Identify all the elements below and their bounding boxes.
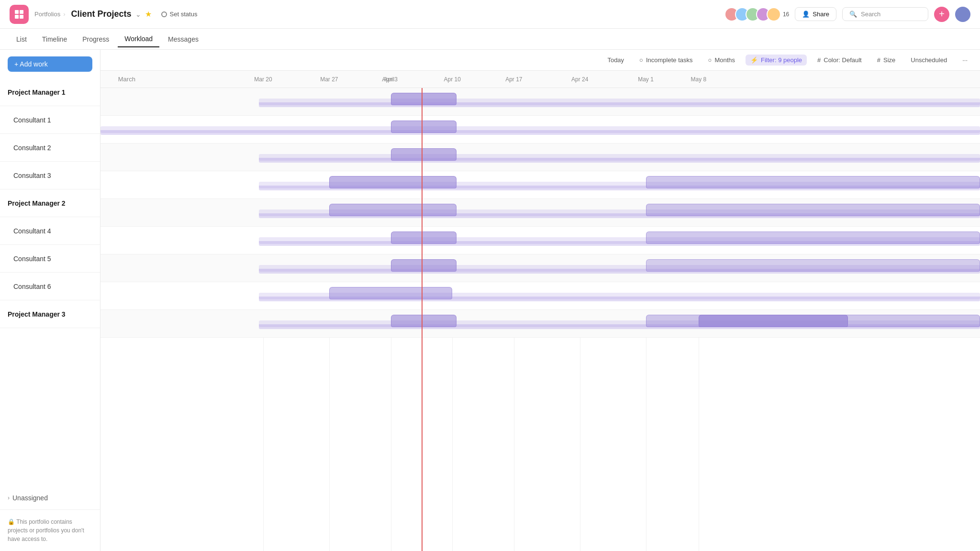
gantt-row (100, 143, 980, 171)
workload-bottom-bar (259, 102, 980, 107)
title-group: Client Projects ⌄ ★ (71, 9, 152, 19)
add-work-button[interactable]: + Add work (8, 56, 92, 72)
page-title: Client Projects (71, 9, 132, 19)
gantt-rows (100, 88, 980, 551)
gantt-row (100, 171, 980, 199)
workload-bottom-bar (259, 213, 980, 218)
lock-icon: 🔒 (8, 518, 15, 525)
unassigned-row[interactable]: › Unassigned (0, 486, 100, 509)
app-icon (10, 5, 29, 24)
share-label: Share (813, 11, 829, 18)
size-label: Size (883, 56, 895, 64)
person-row[interactable]: Consultant 1 (0, 106, 100, 134)
add-button[interactable]: + (934, 7, 949, 22)
tab-progress[interactable]: Progress (76, 32, 116, 47)
tab-workload[interactable]: Workload (118, 31, 159, 47)
expand-icon: › (8, 495, 10, 501)
breadcrumb: Portfolios › (34, 11, 66, 18)
color-icon: # (817, 56, 821, 64)
calendar-icon: ○ (708, 56, 712, 64)
status-label: Set status (170, 11, 198, 18)
star-icon[interactable]: ★ (145, 10, 152, 19)
tab-messages[interactable]: Messages (161, 32, 205, 47)
chart-area: Today ○ Incomplete tasks ○ Months ⚡ Filt… (100, 50, 980, 551)
workload-bottom-bar (259, 269, 980, 274)
person-row[interactable]: Consultant 6 (0, 273, 100, 300)
filter-icon: ⚡ (750, 56, 758, 64)
workload-bottom-bar (259, 324, 980, 329)
months-button[interactable]: ○ Months (703, 55, 740, 66)
date-tick: Apr 24 (571, 76, 588, 83)
today-line (422, 88, 423, 551)
breadcrumb-label[interactable]: Portfolios (34, 11, 60, 18)
person-row[interactable]: Project Manager 2 (0, 189, 100, 217)
svg-rect-2 (15, 15, 19, 19)
circle-icon: ○ (639, 56, 643, 64)
add-work-label: + Add work (14, 60, 48, 68)
color-label: Color: Default (824, 56, 861, 64)
unassigned-label: Unassigned (12, 494, 48, 502)
filter-button[interactable]: ⚡ Filter: 9 people (746, 55, 807, 66)
person-row[interactable]: Consultant 4 (0, 217, 100, 245)
gantt-row (100, 254, 980, 282)
search-icon: 🔍 (849, 11, 857, 18)
footer-note: 🔒 This portfolio contains projects or po… (0, 509, 100, 551)
today-label: Today (607, 56, 624, 64)
more-label: ··· (962, 56, 968, 64)
workload-bottom-bar (259, 158, 980, 163)
svg-rect-1 (20, 10, 23, 14)
date-tick: Apr 3 (384, 76, 398, 83)
people-list: Project Manager 1Consultant 1Consultant … (0, 78, 100, 486)
unscheduled-button[interactable]: Unscheduled (906, 55, 952, 66)
today-button[interactable]: Today (602, 55, 629, 66)
more-button[interactable]: ··· (958, 55, 972, 66)
footer-text: This portfolio contains projects or port… (8, 518, 84, 542)
left-panel: + Add work Project Manager 1Consultant 1… (0, 50, 100, 551)
date-tick: Mar 27 (320, 76, 338, 83)
chevron-down-icon[interactable]: ⌄ (135, 11, 141, 18)
months-label: Months (714, 56, 735, 64)
person-row[interactable]: Consultant 3 (0, 162, 100, 189)
filter-label: Filter: 9 people (761, 56, 802, 64)
gantt-row (100, 282, 980, 310)
date-tick: May 8 (690, 76, 706, 83)
size-icon: # (877, 56, 880, 64)
workload-bottom-bar (259, 297, 980, 301)
unassigned-gantt-area (100, 338, 980, 366)
avatar (767, 7, 781, 22)
chart-toolbar: Today ○ Incomplete tasks ○ Months ⚡ Filt… (100, 50, 980, 71)
svg-rect-0 (15, 10, 19, 14)
workload-bottom-bar (259, 241, 980, 246)
share-icon: 👤 (802, 11, 810, 18)
date-header: MarchAprilMar 20Mar 27Apr 3Apr 10Apr 17A… (100, 71, 980, 88)
gantt-row (100, 310, 980, 338)
search-box[interactable]: 🔍 Search (842, 7, 928, 21)
person-row[interactable]: Consultant 5 (0, 245, 100, 273)
date-tick: Mar 20 (254, 76, 272, 83)
top-bar: Portfolios › Client Projects ⌄ ★ Set sta… (0, 0, 980, 29)
size-button[interactable]: # Size (872, 55, 901, 66)
person-row[interactable]: Consultant 2 (0, 134, 100, 162)
tab-timeline[interactable]: Timeline (35, 32, 74, 47)
breadcrumb-arrow: › (63, 11, 65, 18)
set-status-button[interactable]: Set status (157, 9, 201, 20)
gantt-row (100, 88, 980, 116)
color-button[interactable]: # Color: Default (813, 55, 867, 66)
tab-list[interactable]: List (10, 32, 33, 47)
incomplete-label: Incomplete tasks (646, 56, 693, 64)
incomplete-tasks-button[interactable]: ○ Incomplete tasks (635, 55, 697, 66)
workload-bottom-bar (100, 130, 980, 135)
workload-bottom-bar (259, 186, 980, 190)
date-tick: Apr 10 (444, 76, 461, 83)
person-row[interactable]: Project Manager 3 (0, 300, 100, 328)
person-row[interactable]: Project Manager 1 (0, 78, 100, 106)
gantt-row (100, 116, 980, 143)
gantt-row (100, 227, 980, 254)
unscheduled-label: Unscheduled (911, 56, 947, 64)
avatar-count: 16 (783, 11, 789, 18)
date-tick: Apr 17 (505, 76, 522, 83)
user-avatar[interactable] (955, 7, 970, 22)
share-button[interactable]: 👤 Share (795, 7, 836, 21)
status-circle-icon (161, 11, 167, 17)
svg-rect-3 (20, 15, 23, 19)
